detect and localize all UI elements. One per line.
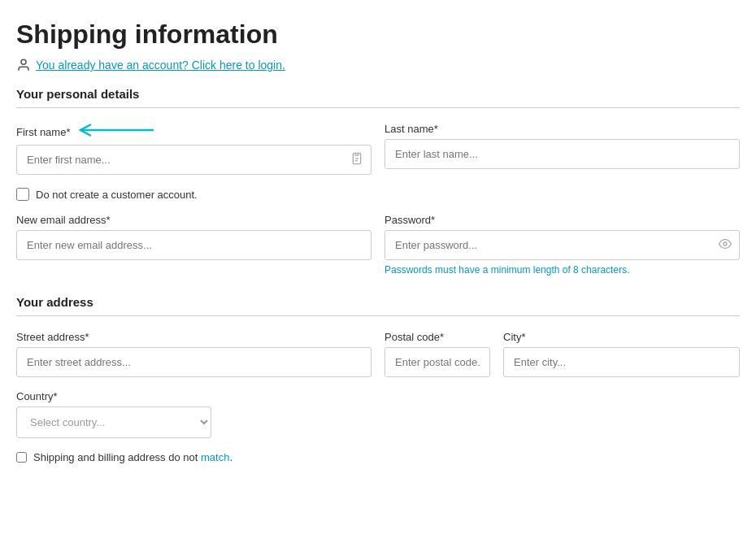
first-name-group: First name*: [16, 123, 371, 175]
personal-details-title: Your personal details: [16, 87, 740, 101]
first-name-input-wrapper: [16, 145, 371, 175]
country-group: Country* Select country...: [16, 390, 211, 438]
email-label: New email address*: [16, 214, 371, 226]
password-input[interactable]: [385, 230, 740, 260]
page-title: Shipping information: [16, 20, 740, 50]
login-link-text: You already have an account? Click here …: [36, 59, 285, 72]
eye-icon[interactable]: [719, 237, 732, 254]
last-name-input[interactable]: [385, 139, 740, 169]
svg-point-0: [21, 59, 26, 64]
postal-code-label: Postal code*: [385, 331, 490, 343]
billing-mismatch-text: Shipping and billing address do not: [33, 451, 201, 463]
postal-code-input[interactable]: [385, 347, 490, 377]
personal-details-divider: [16, 107, 740, 108]
clipboard-icon: [350, 152, 363, 168]
first-name-label: First name*: [16, 126, 70, 138]
country-select[interactable]: Select country...: [16, 406, 211, 438]
billing-mismatch-checkbox[interactable]: [16, 452, 27, 463]
do-not-create-account-checkbox[interactable]: [16, 188, 29, 201]
billing-mismatch-period: .: [229, 451, 232, 463]
svg-point-5: [723, 242, 727, 246]
password-group: Password* Passwords must have a minimum …: [385, 214, 740, 276]
person-icon: [16, 58, 31, 72]
password-hint: Passwords must have a minimum length of …: [385, 264, 740, 276]
billing-mismatch-label[interactable]: Shipping and billing address do not matc…: [33, 451, 232, 463]
svg-rect-2: [355, 153, 358, 155]
last-name-label: Last name*: [385, 123, 740, 135]
billing-mismatch-row: Shipping and billing address do not matc…: [16, 451, 740, 463]
city-label: City*: [503, 331, 740, 343]
last-name-group: Last name*: [385, 123, 740, 175]
do-not-create-account-row: Do not create a customer account.: [16, 188, 740, 201]
address-section-title: Your address: [16, 295, 740, 309]
country-label: Country*: [16, 390, 211, 402]
city-group: City*: [503, 331, 740, 377]
postal-code-group: Postal code*: [385, 331, 490, 377]
login-link[interactable]: You already have an account? Click here …: [16, 58, 740, 72]
do-not-create-account-label[interactable]: Do not create a customer account.: [36, 189, 198, 201]
billing-mismatch-link[interactable]: match: [201, 451, 229, 463]
address-divider: [16, 315, 740, 316]
password-label: Password*: [385, 214, 740, 226]
street-address-label: Street address*: [16, 331, 371, 343]
street-address-input[interactable]: [16, 347, 371, 377]
email-group: New email address*: [16, 214, 371, 276]
arrow-indicator: [76, 123, 158, 141]
email-input[interactable]: [16, 230, 371, 260]
city-input[interactable]: [503, 347, 740, 377]
password-input-wrapper: [385, 230, 740, 260]
first-name-input[interactable]: [16, 145, 371, 175]
street-address-group: Street address*: [16, 331, 371, 377]
